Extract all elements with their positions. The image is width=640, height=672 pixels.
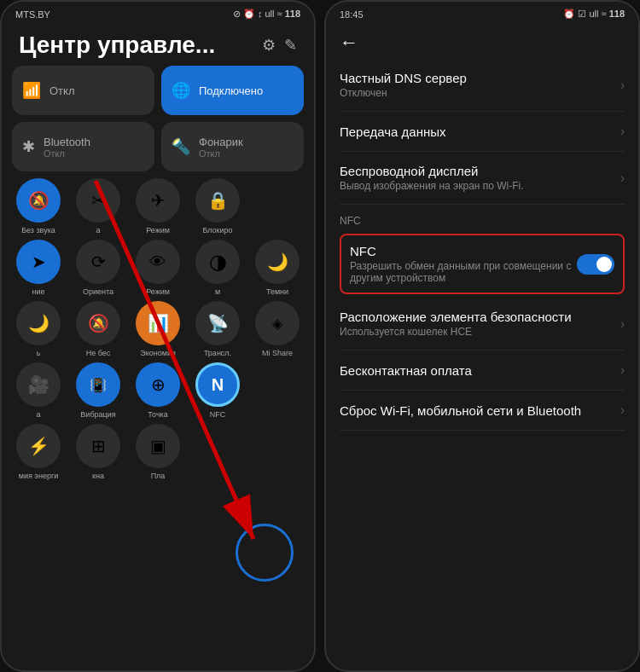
security-element-title: Расположение элемента безопасности [340,310,620,324]
economy-label: Экономия [140,349,176,357]
settings-item-content: Бесконтактная оплата [340,363,620,378]
economy-tile[interactable]: 📊 Экономия [131,301,184,357]
no-sound-tile[interactable]: 🔕 Без звука [12,178,65,235]
vibration-label: Вибрация [80,410,115,419]
status-bar-left: MTS.BY ⊘ ⏰ ↕ ull ≈ 118 [2,2,314,23]
contactless-title: Бесконтактная оплата [340,363,620,378]
no-sound-circle: 🔕 [16,178,61,223]
rotation-circle: ⟳ [76,240,120,284]
scissors-label: а [96,226,100,235]
eye-tile[interactable]: 👁 Режим [131,240,184,296]
settings-item-wireless-display[interactable]: Беспроводной дисплей Вывод изображения н… [340,152,625,205]
bluetooth-icon: ✱ [22,137,35,156]
record-tile[interactable]: 🎥 а [12,362,65,419]
wifi-tile-off[interactable]: 📶 Откл [12,66,154,115]
chevron-icon: › [620,124,625,139]
reset-title: Сброс Wi-Fi, мобильной сети и Bluetooth [340,403,620,418]
cast-tile[interactable]: 📡 Трансл. [191,301,244,357]
grid-row-2: ➤ ние ⟳ Ориента 👁 Режим ◑ м 🌙 Темни [2,240,314,301]
moon2-tile[interactable]: 🌙 ь [12,301,65,357]
edit-icon[interactable]: ✎ [284,36,297,55]
mishare-label: Mi Share [262,349,293,357]
control-center-header: Центр управле... ⚙ ✎ [2,23,314,66]
rotation-tile[interactable]: ⟳ Ориента [72,240,125,296]
settings-item-content: Частный DNS сервер Отключен [340,71,620,99]
phone-right: 18:45 ⏰ ☑ ull ≈ 118 ← Частный DNS сервер… [324,0,640,672]
nfc-toggle[interactable] [577,254,614,275]
scissors-tile[interactable]: ✂ а [72,178,125,235]
cast-label: Трансл. [204,349,231,357]
window-circle: ⊞ [76,424,120,468]
carrier: MTS.BY [15,9,50,20]
flashlight-status: Откл [199,148,243,159]
navigation-tile[interactable]: ➤ ние [12,240,65,296]
navigation-circle: ➤ [16,240,61,284]
nfc-circle: N [195,362,240,407]
cast-circle: 📡 [195,301,240,345]
nfc-highlight-circle [236,524,294,582]
settings-item-nfc[interactable]: NFC Разрешить обмен данными при совмещен… [340,234,625,294]
flashlight-tile[interactable]: 🔦 Фонарик Откл [161,122,304,171]
window-tile[interactable]: ⊞ кна [72,424,125,480]
chevron-icon: › [620,78,625,93]
chevron-icon: › [620,316,625,332]
back-button[interactable]: ← [326,23,638,59]
vibration-tile[interactable]: 📳 Вибрация [72,362,125,419]
settings-list: Частный DNS сервер Отключен › Передача д… [326,59,638,431]
section-nfc-label: NFC [340,205,625,230]
bluetooth-tile[interactable]: ✱ Bluetooth Откл [12,122,154,171]
notdisturb-tile[interactable]: 🔕 Не бес [72,301,125,357]
settings-item-data-transfer[interactable]: Передача данных › [340,112,625,152]
lock-label: Блокиро [202,226,232,235]
status-bar-right: 18:45 ⏰ ☑ ull ≈ 118 [326,2,638,23]
moon-circle: 🌙 [255,240,300,284]
nfc-tile[interactable]: N NFC [191,362,244,419]
notdisturb-label: Не бес [86,349,111,357]
settings-item-content: Беспроводной дисплей Вывод изображения н… [340,164,620,192]
moon2-circle: 🌙 [16,301,61,345]
pay-label: Пла [151,472,166,480]
grid-row-3: 🌙 ь 🔕 Не бес 📊 Экономия 📡 Трансл. ◈ Mi S… [2,301,314,362]
chevron-icon: › [620,403,625,418]
private-dns-sub: Отключен [340,87,620,99]
data-transfer-title: Передача данных [340,125,620,139]
flashlight-label: Фонарик [199,136,243,148]
settings-item-content: Передача данных [340,125,620,139]
wifi-label: Откл [49,84,75,97]
page-title: Центр управле... [19,32,215,59]
eye-circle: 👁 [136,240,180,284]
record-circle: 🎥 [16,362,61,407]
energy-tile[interactable]: ⚡ мия энерги [12,424,65,480]
window-label: кна [92,472,104,480]
hotspot-circle: ⊕ [136,362,180,407]
settings-item-contactless[interactable]: Бесконтактная оплата › [340,350,625,391]
settings-item-content: Сброс Wi-Fi, мобильной сети и Bluetooth [340,403,620,418]
mishare-tile[interactable]: ◈ Mi Share [251,301,304,357]
settings-item-reset[interactable]: Сброс Wi-Fi, мобильной сети и Bluetooth … [340,391,625,431]
grid-row-4: 🎥 а 📳 Вибрация ⊕ Точка N NFC [2,362,314,424]
settings-item-security[interactable]: Расположение элемента безопасности Испол… [340,298,625,350]
economy-circle: 📊 [136,301,180,345]
halftone-tile[interactable]: ◑ м [191,240,244,296]
phone-left: MTS.BY ⊘ ⏰ ↕ ull ≈ 118 Центр управле... … [0,0,316,672]
pay-tile[interactable]: ▣ Пла [131,424,184,480]
energy-label: мия энерги [19,472,58,480]
lock-tile[interactable]: 🔒 Блокиро [191,178,244,235]
wifi-icon: 📶 [22,81,41,100]
navigation-label: ние [32,287,44,296]
mishare-circle: ◈ [255,301,300,345]
airplane-circle: ✈ [136,178,180,223]
connected-tile[interactable]: 🌐 Подключено [161,66,304,115]
settings-item-private-dns[interactable]: Частный DNS сервер Отключен › [340,59,625,112]
moon2-label: ь [37,349,41,357]
halftone-circle: ◑ [195,240,240,284]
notdisturb-circle: 🔕 [76,301,120,345]
airplane-tile[interactable]: ✈ Режим [131,178,184,235]
settings-icon[interactable]: ⚙ [262,36,276,55]
vibration-circle: 📳 [76,362,120,407]
moon-tile[interactable]: 🌙 Темни [251,240,304,296]
grid-row-1: 🔕 Без звука ✂ а ✈ Режим 🔒 Блокиро [2,178,314,240]
hotspot-tile[interactable]: ⊕ Точка [131,362,184,419]
status-icons-right: ⏰ ☑ ull ≈ 118 [563,9,625,20]
halftone-label: м [215,287,220,296]
